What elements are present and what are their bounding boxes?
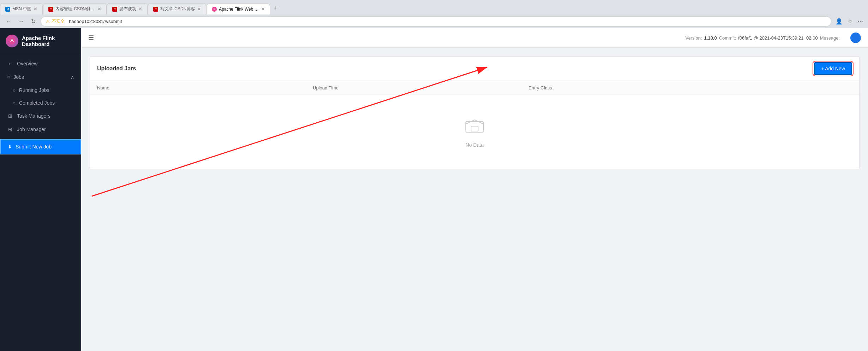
version-label: Version: xyxy=(685,35,702,41)
overview-icon: ○ xyxy=(7,61,13,66)
tab-favicon-msn: M xyxy=(5,7,10,12)
profile-button[interactable]: 👤 xyxy=(834,17,844,26)
address-bar[interactable]: ⚠ 不安全 hadoop102:8081/#/submit xyxy=(41,16,831,27)
user-avatar[interactable] xyxy=(850,33,861,43)
sidebar-item-completed-jobs[interactable]: ○ Completed Jobs xyxy=(0,96,81,109)
table-header: Name Upload Time Entry Class xyxy=(90,81,859,95)
sidebar-item-running-jobs[interactable]: ○ Running Jobs xyxy=(0,84,81,96)
uploaded-jars-card: Uploaded Jars + Add New Name Upload Time… xyxy=(90,56,860,169)
header-meta: Version: 1.13.0 Commit: f06faf1 @ 2021-0… xyxy=(685,35,840,41)
version-value: 1.13.0 xyxy=(704,35,717,41)
tab-close-csdn3[interactable]: ✕ xyxy=(197,6,201,12)
settings-button[interactable]: ⋯ xyxy=(856,17,864,26)
tab-favicon-flink: F xyxy=(212,7,217,12)
tab-close-flink[interactable]: ✕ xyxy=(261,6,265,12)
completed-jobs-icon: ○ xyxy=(13,100,16,106)
tab-bar: M MSN 中国 ✕ C 内容管理-CSDN创作中心 ✕ C 发布成功 ✕ C … xyxy=(0,0,868,14)
sidebar-item-job-manager[interactable]: ⊞ Job Manager xyxy=(0,123,81,136)
add-new-button[interactable]: + Add New xyxy=(814,62,852,75)
sidebar-item-overview[interactable]: ○ Overview xyxy=(0,57,81,70)
col-upload-time: Upload Time xyxy=(313,85,529,90)
tab-csdn3[interactable]: C 写文章-CSDN博客 ✕ xyxy=(148,3,206,14)
col-name: Name xyxy=(97,85,313,90)
address-bar-row: ← → ↻ ⚠ 不安全 hadoop102:8081/#/submit 👤 ☆ … xyxy=(0,14,868,28)
security-warning-icon: ⚠ xyxy=(46,19,50,24)
col-entry-class: Entry Class xyxy=(529,85,744,90)
jobs-icon: ≡ xyxy=(7,74,10,80)
tab-title-csdn3: 写文章-CSDN博客 xyxy=(160,6,195,12)
commit-value: f06faf1 @ 2021-04-23T15:39:21+02:00 xyxy=(738,35,818,41)
sidebar-nav: ○ Overview ≡ Jobs ∧ ○ Running Jobs ○ Com… xyxy=(0,54,81,351)
tab-title-msn: MSN 中国 xyxy=(12,6,31,12)
tab-favicon-csdn1: C xyxy=(48,7,53,12)
submit-icon: ⬇ xyxy=(8,144,12,150)
section-header: Uploaded Jars + Add New xyxy=(90,57,859,81)
section-title: Uploaded Jars xyxy=(97,65,136,72)
tab-favicon-csdn3: C xyxy=(153,7,158,12)
task-managers-icon: ⊞ xyxy=(7,113,13,119)
sidebar-item-jobs-label: Jobs xyxy=(13,74,24,80)
favorites-button[interactable]: ☆ xyxy=(846,17,854,26)
sidebar-item-job-manager-label: Job Manager xyxy=(17,127,46,132)
address-text: hadoop102:8081/#/submit xyxy=(69,19,122,24)
sidebar-item-completed-jobs-label: Completed Jobs xyxy=(19,100,55,106)
content-area: Uploaded Jars + Add New Name Upload Time… xyxy=(81,48,868,351)
col-actions xyxy=(744,85,852,90)
top-header: ☰ Version: 1.13.0 Commit: f06faf1 @ 2021… xyxy=(81,28,868,48)
jobs-chevron-icon: ∧ xyxy=(71,74,74,80)
sidebar-item-submit-new-job[interactable]: ⬇ Submit New Job xyxy=(0,139,81,154)
sidebar-item-task-managers[interactable]: ⊞ Task Managers xyxy=(0,109,81,123)
tab-close-csdn1[interactable]: ✕ xyxy=(97,6,101,12)
svg-rect-2 xyxy=(471,126,478,131)
no-data-icon xyxy=(464,116,485,138)
tab-title-csdn2: 发布成功 xyxy=(119,6,136,12)
tab-title-csdn1: 内容管理-CSDN创作中心 xyxy=(55,6,95,12)
job-manager-icon: ⊞ xyxy=(7,127,13,132)
tab-msn[interactable]: M MSN 中国 ✕ xyxy=(0,3,43,14)
forward-button[interactable]: → xyxy=(16,17,26,26)
tab-csdn1[interactable]: C 内容管理-CSDN创作中心 ✕ xyxy=(43,3,107,14)
app-container: Apache Flink Dashboard ○ Overview ≡ Jobs… xyxy=(0,28,868,351)
running-jobs-icon: ○ xyxy=(13,88,16,93)
no-data-text: No Data xyxy=(465,142,483,148)
tab-close-csdn2[interactable]: ✕ xyxy=(138,6,142,12)
new-tab-button[interactable]: + xyxy=(270,2,281,14)
sidebar-header: Apache Flink Dashboard xyxy=(0,28,81,54)
hamburger-icon[interactable]: ☰ xyxy=(88,34,94,42)
sidebar-title: Apache Flink Dashboard xyxy=(22,35,76,47)
tab-csdn2[interactable]: C 发布成功 ✕ xyxy=(107,3,148,14)
reload-button[interactable]: ↻ xyxy=(29,17,38,26)
tab-favicon-csdn2: C xyxy=(112,7,117,12)
tab-title-flink: Apache Flink Web Dashboard xyxy=(219,7,259,12)
tab-close-msn[interactable]: ✕ xyxy=(34,6,37,12)
sidebar-item-submit-label: Submit New Job xyxy=(16,144,52,150)
message-label: Message: xyxy=(820,35,840,41)
app-logo xyxy=(6,35,18,47)
commit-label: Commit: xyxy=(719,35,736,41)
browser-actions: 👤 ☆ ⋯ xyxy=(834,17,864,26)
security-warning-text: 不安全 xyxy=(52,18,65,24)
tab-flink[interactable]: F Apache Flink Web Dashboard ✕ xyxy=(207,4,270,14)
sidebar: Apache Flink Dashboard ○ Overview ≡ Jobs… xyxy=(0,28,81,351)
sidebar-item-jobs[interactable]: ≡ Jobs ∧ xyxy=(0,70,81,84)
sidebar-item-running-jobs-label: Running Jobs xyxy=(19,87,49,93)
sidebar-item-task-managers-label: Task Managers xyxy=(17,113,50,119)
back-button[interactable]: ← xyxy=(4,17,13,26)
main-content: ☰ Version: 1.13.0 Commit: f06faf1 @ 2021… xyxy=(81,28,868,351)
no-data-container: No Data xyxy=(90,95,859,169)
sidebar-item-overview-label: Overview xyxy=(17,61,37,66)
